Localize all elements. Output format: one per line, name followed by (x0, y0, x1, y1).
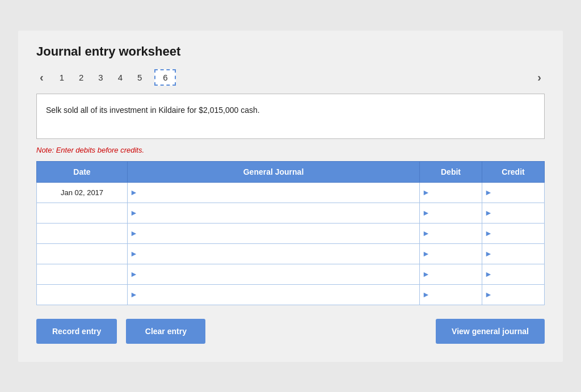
arrow-icon-d1: ► (420, 188, 430, 197)
arrow-icon-d2: ► (420, 208, 430, 217)
journal-cell-3[interactable]: ► (128, 223, 420, 243)
credit-input-4[interactable] (492, 244, 544, 264)
journal-input-5[interactable] (138, 264, 419, 284)
journal-table: Date General Journal Debit Credit Jan 02… (36, 161, 545, 305)
credit-cell-5[interactable]: ► (482, 264, 545, 284)
date-cell-1: Jan 02, 2017 (37, 182, 128, 203)
table-row: Jan 02, 2017 ► ► ► (37, 182, 545, 203)
arrow-icon-j3: ► (128, 229, 138, 238)
arrow-icon-c4: ► (482, 249, 492, 258)
debit-cell-5[interactable]: ► (420, 264, 482, 284)
debit-cell-1[interactable]: ► (420, 182, 482, 203)
page-4[interactable]: 4 (116, 71, 125, 83)
credit-input-5[interactable] (492, 264, 544, 284)
credit-cell-3[interactable]: ► (482, 223, 545, 243)
journal-input-1[interactable] (138, 183, 419, 203)
description-box: Selk sold all of its investment in Kilda… (36, 94, 545, 139)
arrow-icon-d3: ► (420, 229, 430, 238)
credit-input-1[interactable] (492, 183, 544, 203)
arrow-icon-d4: ► (420, 249, 430, 258)
table-row: ► ► ► (37, 284, 545, 305)
date-cell-2 (37, 203, 128, 223)
arrow-icon-j6: ► (128, 290, 138, 299)
buttons-row: Record entry Clear entry View general jo… (36, 319, 545, 344)
table-row: ► ► ► (37, 203, 545, 223)
journal-cell-4[interactable]: ► (128, 243, 420, 264)
page-5[interactable]: 5 (135, 71, 144, 83)
arrow-icon-d6: ► (420, 290, 430, 299)
debit-input-5[interactable] (430, 264, 482, 284)
col-header-journal: General Journal (128, 161, 420, 182)
note-text: Note: Enter debits before credits. (36, 146, 545, 154)
col-header-debit: Debit (420, 161, 482, 182)
journal-cell-1[interactable]: ► (128, 182, 420, 203)
date-cell-6 (37, 284, 128, 305)
debit-cell-3[interactable]: ► (420, 223, 482, 243)
journal-cell-6[interactable]: ► (128, 284, 420, 305)
credit-cell-1[interactable]: ► (482, 182, 545, 203)
view-general-journal-button[interactable]: View general journal (436, 319, 545, 344)
debit-cell-6[interactable]: ► (420, 284, 482, 305)
debit-input-2[interactable] (430, 203, 482, 223)
debit-input-3[interactable] (430, 224, 482, 243)
credit-cell-6[interactable]: ► (482, 284, 545, 305)
arrow-icon-j4: ► (128, 249, 138, 258)
debit-cell-2[interactable]: ► (420, 203, 482, 223)
arrow-icon-c2: ► (482, 208, 492, 217)
table-row: ► ► ► (37, 223, 545, 243)
date-cell-5 (37, 264, 128, 284)
credit-cell-4[interactable]: ► (482, 243, 545, 264)
journal-cell-2[interactable]: ► (128, 203, 420, 223)
arrow-icon-c1: ► (482, 188, 492, 197)
debit-cell-4[interactable]: ► (420, 243, 482, 264)
table-row: ► ► ► (37, 264, 545, 284)
prev-arrow[interactable]: ‹ (36, 71, 47, 84)
debit-input-6[interactable] (430, 285, 482, 305)
record-entry-button[interactable]: Record entry (36, 319, 117, 344)
col-header-credit: Credit (482, 161, 545, 182)
arrow-icon-j2: ► (128, 208, 138, 217)
next-arrow[interactable]: › (534, 71, 545, 84)
arrow-icon-c3: ► (482, 229, 492, 238)
clear-entry-button[interactable]: Clear entry (126, 319, 205, 344)
arrow-icon-j5: ► (128, 269, 138, 279)
journal-input-6[interactable] (138, 285, 419, 305)
arrow-icon-d5: ► (420, 269, 430, 279)
credit-cell-2[interactable]: ► (482, 203, 545, 223)
page-2[interactable]: 2 (77, 71, 86, 83)
worksheet-container: Journal entry worksheet ‹ 1 2 3 4 5 6 › … (18, 31, 563, 362)
credit-input-3[interactable] (492, 224, 544, 243)
credit-input-2[interactable] (492, 203, 544, 223)
arrow-icon-j1: ► (128, 188, 138, 197)
page-6-active[interactable]: 6 (154, 69, 176, 86)
arrow-icon-c6: ► (482, 290, 492, 299)
date-cell-3 (37, 223, 128, 243)
debit-input-1[interactable] (430, 183, 482, 203)
table-row: ► ► ► (37, 243, 545, 264)
journal-input-3[interactable] (138, 224, 419, 243)
pagination: ‹ 1 2 3 4 5 6 › (36, 69, 545, 86)
arrow-icon-c5: ► (482, 269, 492, 279)
page-3[interactable]: 3 (96, 71, 105, 83)
date-cell-4 (37, 243, 128, 264)
journal-input-2[interactable] (138, 203, 419, 223)
debit-input-4[interactable] (430, 244, 482, 264)
col-header-date: Date (37, 161, 128, 182)
journal-cell-5[interactable]: ► (128, 264, 420, 284)
page-title: Journal entry worksheet (36, 44, 545, 59)
journal-input-4[interactable] (138, 244, 419, 264)
page-1[interactable]: 1 (57, 71, 66, 83)
credit-input-6[interactable] (492, 285, 544, 305)
